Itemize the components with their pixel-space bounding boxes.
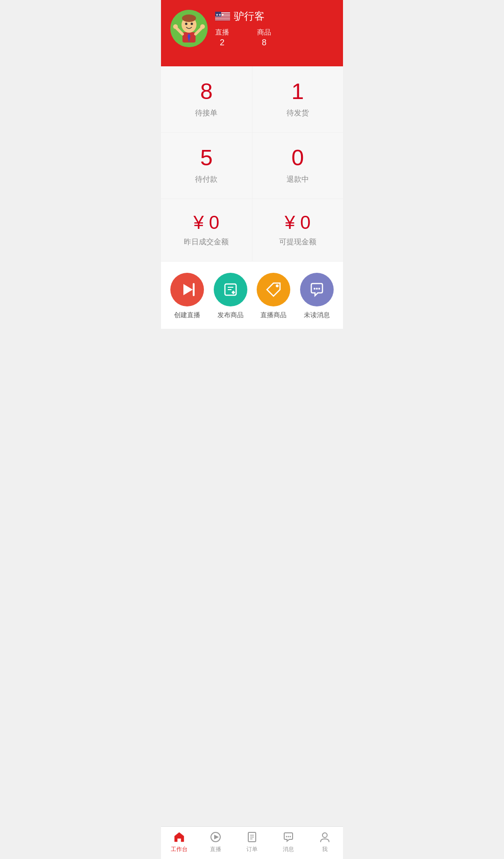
header-top: ★★★ 驴行客 直播 2 商品 8 (170, 9, 334, 48)
stat-live: 直播 2 (215, 28, 229, 48)
svg-point-41 (286, 836, 287, 838)
nav-orders-label: 订单 (246, 845, 258, 853)
header-info: ★★★ 驴行客 直播 2 商品 8 (215, 9, 271, 48)
withdrawable-label: 可提现金额 (279, 237, 316, 247)
username: 驴行客 (234, 9, 265, 23)
stat-live-label: 直播 (215, 28, 229, 37)
header-stats: 直播 2 商品 8 (215, 28, 271, 48)
svg-rect-23 (215, 20, 230, 21)
nav-item-orders[interactable]: 订单 (234, 831, 270, 853)
edit-icon (222, 281, 239, 298)
svg-point-6 (191, 23, 193, 25)
nav-item-live[interactable]: 直播 (197, 831, 234, 853)
tag-icon (265, 281, 282, 298)
svg-rect-18 (215, 17, 230, 18)
withdrawable-value: ¥ 0 (285, 213, 311, 232)
stat-cell-daifukuan[interactable]: 5 待付款 (161, 133, 252, 199)
workbench-icon (173, 831, 186, 844)
stat-cell-tuikuanzhong[interactable]: 0 退款中 (252, 133, 343, 199)
svg-point-9 (173, 24, 178, 29)
daifukuan-number: 5 (200, 147, 213, 169)
tuikuanzhong-label: 退款中 (287, 175, 309, 185)
svg-rect-20 (215, 18, 230, 19)
svg-point-43 (290, 836, 291, 838)
svg-point-32 (314, 288, 315, 290)
stat-cell-yesterday-amount[interactable]: ¥ 0 昨日成交金额 (161, 199, 252, 261)
avatar (170, 10, 208, 47)
daijiedan-label: 待接单 (195, 108, 217, 118)
orders-nav-icon (245, 831, 259, 844)
stat-cell-withdrawable[interactable]: ¥ 0 可提现金额 (252, 199, 343, 261)
nav-item-workbench[interactable]: 工作台 (161, 831, 197, 853)
stat-cell-daifhuo[interactable]: 1 待发货 (252, 66, 343, 132)
nav-me-label: 我 (322, 845, 328, 853)
svg-point-31 (276, 284, 279, 287)
nav-item-me[interactable]: 我 (307, 831, 343, 853)
svg-point-4 (182, 14, 196, 22)
svg-marker-26 (183, 284, 193, 295)
daijiedan-number: 8 (200, 80, 213, 103)
action-live-goods[interactable]: 直播商品 (257, 273, 290, 319)
daifahuo-number: 1 (291, 80, 304, 103)
publish-goods-label: 发布商品 (217, 311, 244, 319)
header-title-row: ★★★ 驴行客 (215, 9, 271, 23)
stat-live-value: 2 (220, 38, 224, 48)
svg-point-44 (322, 833, 327, 838)
publish-goods-icon-bg (214, 273, 247, 306)
chat-icon (308, 281, 325, 298)
live-goods-icon-bg (257, 273, 290, 306)
svg-rect-22 (215, 20, 230, 21)
yesterday-amount-value: ¥ 0 (193, 213, 219, 232)
live-goods-label: 直播商品 (260, 311, 287, 319)
yesterday-amount-label: 昨日成交金额 (184, 237, 229, 247)
live-icon (179, 281, 196, 298)
nav-workbench-label: 工作台 (171, 845, 188, 853)
svg-marker-36 (214, 835, 219, 839)
action-create-live[interactable]: 创建直播 (170, 273, 204, 319)
svg-rect-19 (215, 17, 230, 18)
tuikuanzhong-number: 0 (291, 147, 304, 169)
svg-point-10 (200, 24, 205, 29)
stat-goods-value: 8 (262, 38, 266, 48)
stat-goods: 商品 8 (257, 28, 271, 48)
messages-nav-icon (282, 831, 295, 844)
flag-icon: ★★★ (215, 12, 230, 21)
me-nav-icon (318, 831, 331, 844)
svg-point-5 (185, 23, 188, 25)
svg-text:★★★: ★★★ (216, 13, 224, 16)
stats-grid: 8 待接单 1 待发货 5 待付款 0 退款中 ¥ 0 昨日成交金额 ¥ 0 可… (161, 66, 343, 261)
svg-point-42 (288, 836, 289, 838)
live-nav-icon (209, 831, 222, 844)
stat-cell-daijiedan[interactable]: 8 待接单 (161, 66, 252, 132)
svg-rect-21 (215, 19, 230, 20)
action-publish-goods[interactable]: 发布商品 (214, 273, 247, 319)
header: ★★★ 驴行客 直播 2 商品 8 (161, 0, 343, 66)
daifahuo-label: 待发货 (287, 108, 309, 118)
nav-live-label: 直播 (210, 845, 221, 853)
create-live-icon-bg (170, 273, 204, 306)
stat-goods-label: 商品 (257, 28, 271, 37)
unread-messages-icon-bg (300, 273, 334, 306)
svg-point-34 (318, 288, 320, 290)
svg-point-33 (316, 288, 318, 290)
daifukuan-label: 待付款 (195, 175, 217, 185)
bottom-nav: 工作台 直播 订单 (161, 826, 343, 859)
unread-messages-label: 未读消息 (304, 311, 330, 319)
nav-item-messages[interactable]: 消息 (270, 831, 307, 853)
create-live-label: 创建直播 (174, 311, 200, 319)
quick-actions: 创建直播 发布商品 直播商品 (161, 262, 343, 329)
nav-messages-label: 消息 (283, 845, 294, 853)
action-unread-messages[interactable]: 未读消息 (300, 273, 334, 319)
